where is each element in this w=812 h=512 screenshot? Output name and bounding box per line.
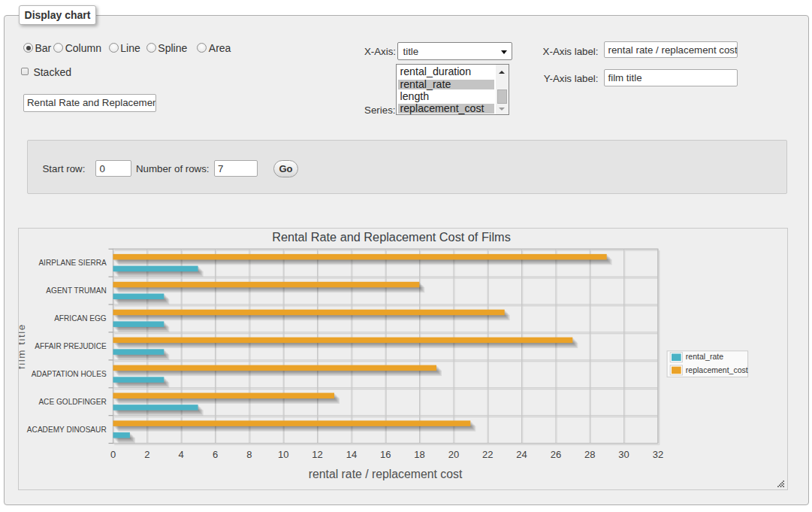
svg-text:film title: film title [19,323,27,369]
svg-text:Rental Rate and Replacement Co: Rental Rate and Replacement Cost of Film… [272,230,511,244]
svg-text:ADAPTATION HOLES: ADAPTATION HOLES [32,370,107,378]
svg-text:30: 30 [618,449,629,460]
svg-text:2: 2 [144,449,149,460]
svg-text:32: 32 [653,449,663,460]
svg-text:AGENT TRUMAN: AGENT TRUMAN [46,286,106,295]
svg-text:AIRPLANE SIERRA: AIRPLANE SIERRA [38,259,107,267]
svg-text:28: 28 [584,449,595,460]
svg-text:6: 6 [213,449,218,460]
svg-text:ACE GOLDFINGER: ACE GOLDFINGER [38,398,106,406]
svg-text:26: 26 [551,449,561,460]
svg-text:8: 8 [246,449,252,460]
svg-text:0: 0 [110,449,116,460]
svg-text:rental rate / replacement cost: rental rate / replacement cost [309,468,463,480]
svg-text:rental_rate: rental_rate [686,352,723,361]
svg-text:16: 16 [380,449,391,460]
svg-text:replacement_cost: replacement_cost [686,365,748,374]
svg-text:4: 4 [179,449,184,460]
svg-text:ACADEMY DINOSAUR: ACADEMY DINOSAUR [27,426,107,434]
svg-text:20: 20 [448,449,459,460]
svg-text:22: 22 [482,449,493,460]
svg-text:24: 24 [516,449,527,460]
svg-text:10: 10 [278,449,288,460]
svg-text:14: 14 [346,449,357,460]
svg-text:AFFAIR PREJUDICE: AFFAIR PREJUDICE [35,342,107,350]
svg-text:12: 12 [312,449,322,460]
svg-text:18: 18 [414,449,424,460]
svg-text:AFRICAN EGG: AFRICAN EGG [54,314,107,323]
